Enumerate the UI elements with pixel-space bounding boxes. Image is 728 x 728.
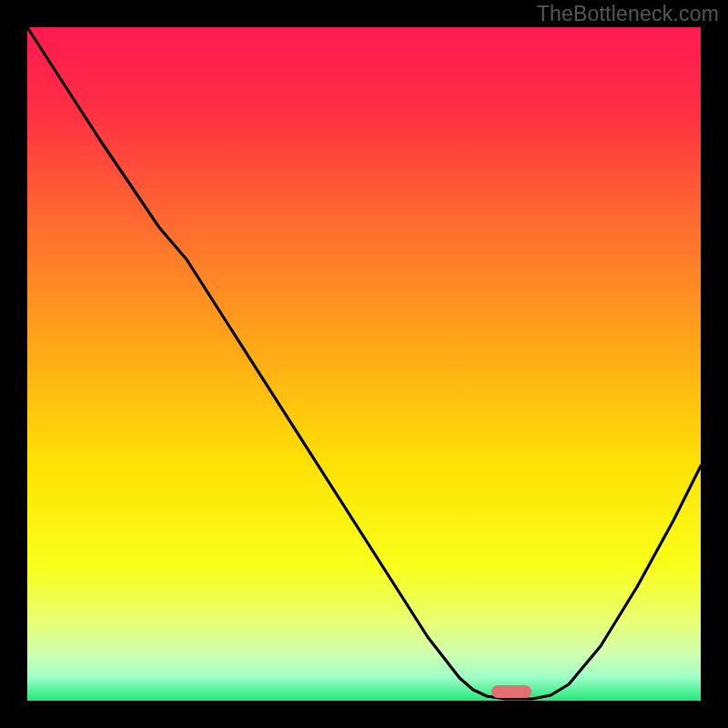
plot-background (27, 27, 701, 701)
optimal-point-marker (491, 685, 531, 698)
watermark-text: TheBottleneck.com (537, 2, 719, 26)
chart-container: TheBottleneck.com (0, 0, 728, 728)
bottleneck-chart (0, 0, 728, 728)
